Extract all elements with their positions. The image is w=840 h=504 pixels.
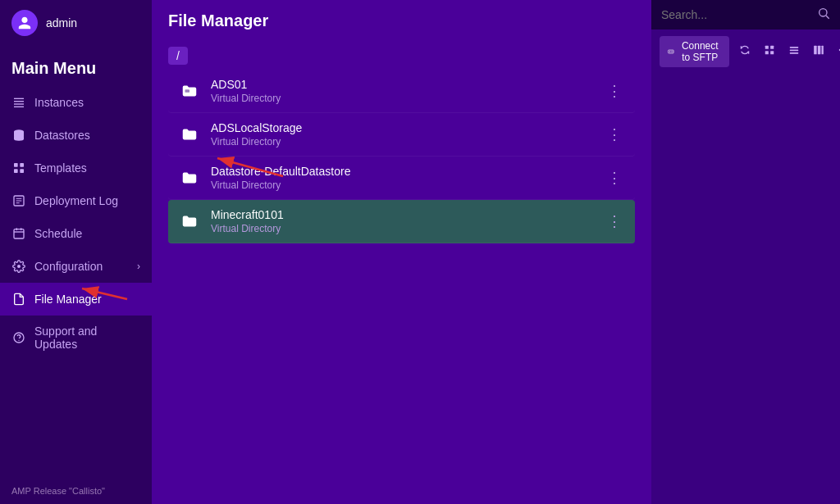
file-item-adslocalstorage[interactable]: ADSLocalStorage Virtual Directory ⋮ <box>168 113 635 157</box>
main-header: File Manager <box>152 0 651 42</box>
svg-rect-26 <box>770 46 774 49</box>
sidebar-item-deployment-log-label: Deployment Log <box>34 194 140 207</box>
svg-rect-33 <box>818 46 821 55</box>
svg-point-23 <box>669 51 670 52</box>
file-item-type: Virtual Directory <box>211 179 594 191</box>
file-item-datastore-default[interactable]: Datastore-DefaultDatastore Virtual Direc… <box>168 157 635 200</box>
sidebar-item-file-manager-label: File Manager <box>34 293 140 306</box>
connect-sftp-button[interactable]: Connect to SFTP <box>660 36 729 67</box>
file-item-menu-button[interactable]: ⋮ <box>604 122 625 147</box>
svg-rect-30 <box>789 49 798 51</box>
svg-rect-7 <box>14 169 18 173</box>
search-icon <box>817 7 830 23</box>
svg-rect-0 <box>14 98 24 99</box>
folder-icon <box>178 210 201 233</box>
grid-icon <box>11 161 26 175</box>
sidebar: admin Main Menu Instances Datastores <box>0 0 152 504</box>
svg-rect-31 <box>789 52 798 54</box>
folder-icon <box>178 79 201 102</box>
file-item-type: Virtual Directory <box>211 223 594 234</box>
svg-rect-19 <box>185 89 190 93</box>
list-icon <box>11 95 26 110</box>
svg-rect-25 <box>765 46 768 49</box>
gear-icon <box>11 259 26 274</box>
file-item-type: Virtual Directory <box>211 93 594 104</box>
schedule-icon <box>11 226 26 241</box>
sidebar-item-templates[interactable]: Templates <box>0 152 152 184</box>
file-item-info: ADSLocalStorage Virtual Directory <box>211 121 594 148</box>
main-content: File Manager / ADS01 Virtual Directory ⋮ <box>152 0 651 504</box>
svg-rect-29 <box>789 47 798 48</box>
connect-sftp-label: Connect to SFTP <box>679 40 721 63</box>
avatar <box>11 10 38 36</box>
username-label: admin <box>46 16 77 30</box>
breadcrumb: / <box>152 42 651 70</box>
page-title: File Manager <box>168 11 268 30</box>
user-profile[interactable]: admin <box>0 0 152 46</box>
sidebar-nav: Instances Datastores Templates <box>0 86 152 478</box>
file-item-minecraft0101[interactable]: Minecraft0101 Virtual Directory ⋮ <box>168 200 635 243</box>
sidebar-item-support-updates[interactable]: Support and Updates <box>0 316 152 360</box>
list-view-icon[interactable] <box>785 43 803 61</box>
chevron-right-icon: › <box>137 261 140 272</box>
sidebar-item-instances-label: Instances <box>34 96 140 109</box>
search-bar <box>651 0 840 30</box>
columns-view-icon[interactable] <box>810 43 828 61</box>
sidebar-item-schedule[interactable]: Schedule <box>0 217 152 250</box>
file-item-type: Virtual Directory <box>211 136 594 148</box>
file-item-menu-button[interactable]: ⋮ <box>604 209 625 234</box>
database-icon <box>11 128 26 143</box>
file-item-name: Minecraft0101 <box>211 208 594 221</box>
file-item-name: ADSLocalStorage <box>211 121 594 134</box>
svg-point-20 <box>819 9 827 16</box>
sidebar-item-deployment-log[interactable]: Deployment Log <box>0 184 152 217</box>
file-item-name: Datastore-DefaultDatastore <box>211 165 594 178</box>
file-icon <box>11 292 26 306</box>
sidebar-item-schedule-label: Schedule <box>34 227 140 240</box>
svg-rect-5 <box>14 163 18 167</box>
sidebar-item-datastores-label: Datastores <box>34 129 140 142</box>
svg-rect-32 <box>814 46 817 55</box>
svg-point-18 <box>18 340 19 341</box>
file-list: ADS01 Virtual Directory ⋮ ADSLocalStorag… <box>152 70 651 504</box>
app-version: AMP Release "Callisto" <box>0 478 152 504</box>
sidebar-item-file-manager[interactable]: File Manager <box>0 283 152 316</box>
sidebar-item-configuration[interactable]: Configuration › <box>0 250 152 283</box>
file-item-menu-button[interactable]: ⋮ <box>604 79 625 103</box>
sidebar-item-datastores[interactable]: Datastores <box>0 119 152 152</box>
svg-line-21 <box>826 16 829 19</box>
main-menu-title: Main Menu <box>0 46 152 86</box>
log-icon <box>11 193 26 208</box>
support-icon <box>11 330 26 345</box>
svg-rect-34 <box>821 46 823 55</box>
file-item-ads01[interactable]: ADS01 Virtual Directory ⋮ <box>168 70 635 113</box>
file-item-info: ADS01 Virtual Directory <box>211 78 594 104</box>
sidebar-item-configuration-label: Configuration <box>34 260 129 273</box>
folder-icon <box>178 166 201 189</box>
breadcrumb-root[interactable]: / <box>168 47 188 65</box>
file-item-info: Minecraft0101 Virtual Directory <box>211 208 594 234</box>
svg-rect-27 <box>765 51 768 54</box>
more-icon[interactable] <box>834 43 840 61</box>
right-panel: Connect to SFTP <box>651 0 840 504</box>
search-input[interactable] <box>661 8 810 21</box>
refresh-icon[interactable] <box>736 43 754 61</box>
svg-rect-2 <box>14 103 24 104</box>
svg-rect-3 <box>14 107 24 107</box>
sidebar-item-templates-label: Templates <box>34 161 140 175</box>
svg-rect-13 <box>14 229 24 238</box>
right-toolbar: Connect to SFTP <box>651 30 840 74</box>
svg-rect-6 <box>20 163 24 167</box>
folder-icon <box>178 123 201 146</box>
file-item-name: ADS01 <box>211 78 594 91</box>
grid-view-icon[interactable] <box>760 43 778 61</box>
file-item-info: Datastore-DefaultDatastore Virtual Direc… <box>211 165 594 191</box>
sidebar-item-support-updates-label: Support and Updates <box>34 325 140 351</box>
svg-rect-28 <box>770 51 774 54</box>
sidebar-item-instances[interactable]: Instances <box>0 86 152 119</box>
svg-rect-8 <box>20 169 24 173</box>
svg-rect-1 <box>14 101 24 102</box>
file-item-menu-button[interactable]: ⋮ <box>604 166 625 190</box>
